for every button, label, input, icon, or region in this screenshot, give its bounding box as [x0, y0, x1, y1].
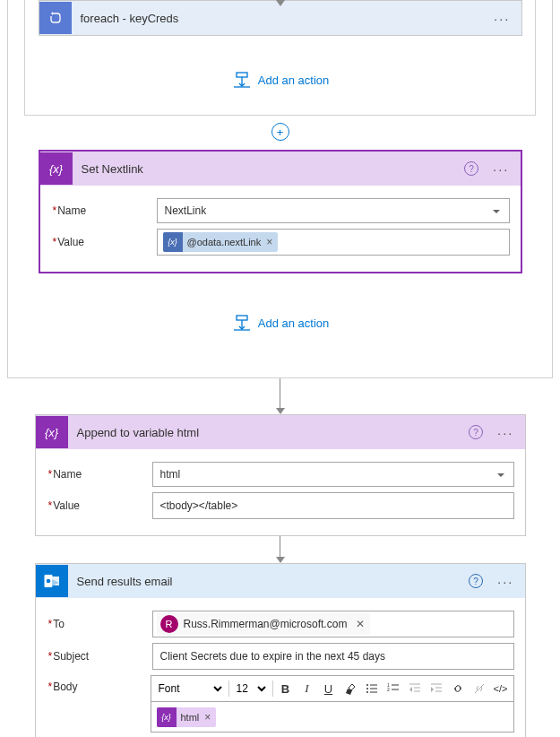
- set-nextlink-menu[interactable]: ···: [489, 161, 513, 177]
- foreach-title: foreach - keyCreds: [72, 12, 490, 25]
- token-icon: {x}: [157, 707, 177, 727]
- to-input[interactable]: R Russ.Rimmerman@microsoft.com ✕: [152, 611, 514, 637]
- add-action-icon: [231, 315, 251, 331]
- code-view-button[interactable]: </>: [492, 679, 510, 698]
- svg-point-11: [366, 691, 368, 693]
- subject-input[interactable]: Client Secrets due to expire in the next…: [152, 643, 514, 670]
- bold-button[interactable]: B: [277, 679, 295, 698]
- italic-button[interactable]: I: [298, 679, 316, 698]
- value-label: *Value: [47, 499, 152, 512]
- email-recipient-pill[interactable]: R Russ.Rimmerman@microsoft.com ✕: [157, 613, 371, 635]
- help-icon[interactable]: ?: [469, 425, 483, 439]
- svg-point-9: [366, 684, 368, 686]
- outlook-icon: [36, 565, 68, 597]
- send-email-title: Send results email: [68, 575, 469, 588]
- value-label: *Value: [51, 236, 157, 248]
- bullet-list-button[interactable]: [363, 679, 381, 698]
- link-button[interactable]: [449, 679, 467, 698]
- underline-button[interactable]: U: [320, 679, 338, 698]
- body-content-area[interactable]: {x} html ×: [151, 702, 514, 733]
- help-icon[interactable]: ?: [469, 574, 483, 588]
- odata-token[interactable]: {x} @odata.nextLink ×: [163, 232, 279, 252]
- svg-point-8: [46, 579, 50, 584]
- rich-text-toolbar: Font 12 B I U 12 </>: [151, 675, 514, 702]
- foreach-menu[interactable]: ···: [490, 11, 514, 26]
- remove-recipient[interactable]: ✕: [356, 618, 365, 630]
- help-icon[interactable]: ?: [464, 161, 478, 176]
- append-html-card[interactable]: {x} Append to variable html ? ··· *Name …: [35, 414, 526, 536]
- email-menu[interactable]: ···: [494, 574, 518, 589]
- highlight-button[interactable]: [341, 679, 359, 698]
- indent-button[interactable]: [427, 679, 445, 698]
- insert-step-button[interactable]: +: [271, 123, 289, 141]
- svg-rect-0: [237, 73, 247, 77]
- subject-label: *Subject: [47, 650, 152, 663]
- name-label: *Name: [51, 204, 157, 217]
- loop-icon: [39, 2, 72, 34]
- size-select[interactable]: 12: [233, 678, 269, 699]
- set-nextlink-title: Set Nextlink: [73, 162, 464, 176]
- token-remove[interactable]: ×: [204, 711, 211, 724]
- value-input[interactable]: <tbody></table>: [152, 492, 514, 519]
- svg-rect-3: [237, 316, 247, 320]
- variable-icon: {x}: [36, 416, 68, 448]
- add-action-label: Add an action: [258, 316, 330, 330]
- variable-icon: {x}: [40, 152, 73, 185]
- svg-line-25: [475, 684, 484, 693]
- html-token[interactable]: {x} html ×: [157, 707, 217, 727]
- add-action-label: Add an action: [258, 74, 330, 87]
- send-email-card[interactable]: Send results email ? ··· *To R Russ.Rimm…: [35, 563, 526, 737]
- outdent-button[interactable]: [406, 679, 424, 698]
- unlink-button[interactable]: [470, 679, 488, 698]
- avatar: R: [160, 615, 178, 633]
- font-select[interactable]: Font: [155, 678, 225, 699]
- name-label: *Name: [47, 468, 152, 481]
- token-icon: {x}: [163, 232, 183, 252]
- name-select[interactable]: NextLink: [157, 198, 510, 223]
- to-label: *To: [47, 618, 152, 630]
- add-action-outer[interactable]: Add an action: [8, 273, 552, 372]
- body-label: *Body: [47, 675, 151, 693]
- append-menu[interactable]: ···: [494, 425, 518, 440]
- add-action-inner[interactable]: Add an action: [25, 36, 535, 115]
- value-input[interactable]: {x} @odata.nextLink ×: [157, 229, 510, 256]
- svg-text:2: 2: [387, 687, 390, 692]
- append-html-title: Append to variable html: [68, 426, 469, 439]
- add-action-icon: [231, 72, 251, 88]
- name-select[interactable]: html: [152, 462, 514, 487]
- svg-point-10: [366, 688, 368, 689]
- number-list-button[interactable]: 12: [384, 679, 402, 698]
- token-remove[interactable]: ×: [266, 236, 272, 248]
- set-nextlink-card[interactable]: {x} Set Nextlink ? ··· *Name NextLink *V…: [39, 150, 522, 273]
